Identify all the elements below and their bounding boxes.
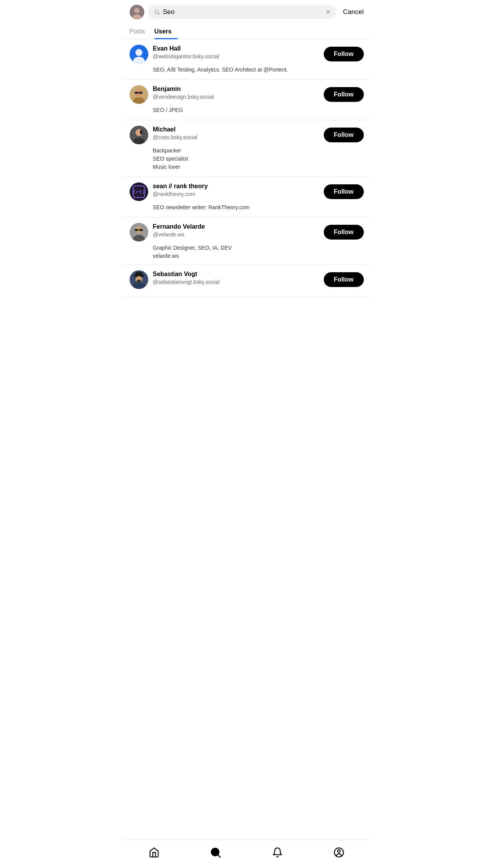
tab-users[interactable]: Users	[154, 24, 178, 39]
list-item: Sebastian Vogt @sebastianvogt.bsky.socia…	[123, 265, 370, 297]
follow-button[interactable]: Follow	[324, 47, 364, 61]
svg-rect-12	[139, 92, 142, 94]
svg-rect-29	[135, 272, 142, 276]
svg-rect-24	[135, 229, 138, 231]
user-name: Evan Hall	[153, 45, 319, 53]
user-bio: SEO, A/B Testing, Analytics. SEO Archite…	[153, 66, 364, 74]
user-info: Evan Hall @websitejanitor.bsky.social	[153, 45, 319, 60]
tab-posts[interactable]: Posts	[130, 24, 151, 39]
user-name: Michael	[153, 126, 319, 134]
user-link: velarde.ws	[153, 253, 364, 259]
svg-rect-11	[135, 92, 138, 94]
user-handle: @websitejanitor.bsky.social	[153, 53, 319, 61]
search-input[interactable]	[163, 8, 323, 16]
user-name: Sebastian Vogt	[153, 270, 319, 278]
cancel-button[interactable]: Cancel	[340, 8, 364, 16]
follow-button[interactable]: Follow	[324, 272, 364, 287]
user-bio: Graphic Designer, SEO, IA, DEV	[153, 244, 364, 252]
follow-button[interactable]: Follow	[324, 87, 364, 102]
clear-search-button[interactable]: ✕	[326, 9, 331, 15]
follow-button[interactable]: Follow	[324, 128, 364, 142]
tabs-bar: Posts Users	[123, 24, 370, 39]
avatar	[130, 223, 148, 242]
user-info: sean // rank theory @ranktheory.com	[153, 182, 319, 198]
user-bio: SEO newsletter writer: RankTheory.com	[153, 203, 364, 212]
avatar	[130, 85, 148, 104]
user-handle: @ranktheory.com	[153, 191, 319, 198]
user-bio: Backpacker SEO specialist Music lover	[153, 147, 364, 171]
avatar	[130, 126, 148, 144]
list-item: Evan Hall @websitejanitor.bsky.social Fo…	[123, 39, 370, 80]
svg-rect-17	[140, 130, 142, 134]
avatar: [rt]	[130, 182, 148, 201]
list-item: [rt] sean // rank theory @ranktheory.com…	[123, 177, 370, 217]
search-bar[interactable]: ✕	[148, 5, 336, 19]
header: ✕ Cancel	[123, 0, 370, 24]
follow-button[interactable]: Follow	[324, 184, 364, 199]
user-bio: SEO / JPEG	[153, 106, 364, 114]
user-handle: @sebastianvogt.bsky.social	[153, 278, 319, 286]
list-item: Michael @coss.bsky.social Follow Backpac…	[123, 120, 370, 177]
user-name: Fernando Velarde	[153, 223, 319, 231]
svg-point-1	[134, 8, 140, 13]
user-info: Fernando Velarde @velarde.ws	[153, 223, 319, 238]
user-handle: @coss.bsky.social	[153, 134, 319, 142]
user-handle: @vendeesign.bsky.social	[153, 93, 319, 101]
svg-text:[rt]: [rt]	[133, 189, 145, 195]
current-user-avatar[interactable]	[130, 5, 144, 19]
user-info: Michael @coss.bsky.social	[153, 126, 319, 141]
svg-rect-25	[139, 229, 143, 231]
user-name: Benjamin	[153, 85, 319, 93]
search-icon	[154, 9, 160, 15]
list-item: Fernando Velarde @velarde.ws Follow Grap…	[123, 217, 370, 265]
follow-button[interactable]: Follow	[324, 225, 364, 240]
user-list: Evan Hall @websitejanitor.bsky.social Fo…	[123, 39, 370, 328]
user-name: sean // rank theory	[153, 182, 319, 191]
svg-line-4	[158, 13, 160, 15]
avatar	[130, 270, 148, 289]
user-handle: @velarde.ws	[153, 231, 319, 239]
svg-point-32	[137, 280, 141, 283]
avatar	[130, 45, 148, 63]
user-info: Sebastian Vogt @sebastianvogt.bsky.socia…	[153, 270, 319, 286]
svg-point-6	[135, 49, 142, 56]
list-item: Benjamin @vendeesign.bsky.social Follow …	[123, 80, 370, 120]
user-info: Benjamin @vendeesign.bsky.social	[153, 85, 319, 101]
